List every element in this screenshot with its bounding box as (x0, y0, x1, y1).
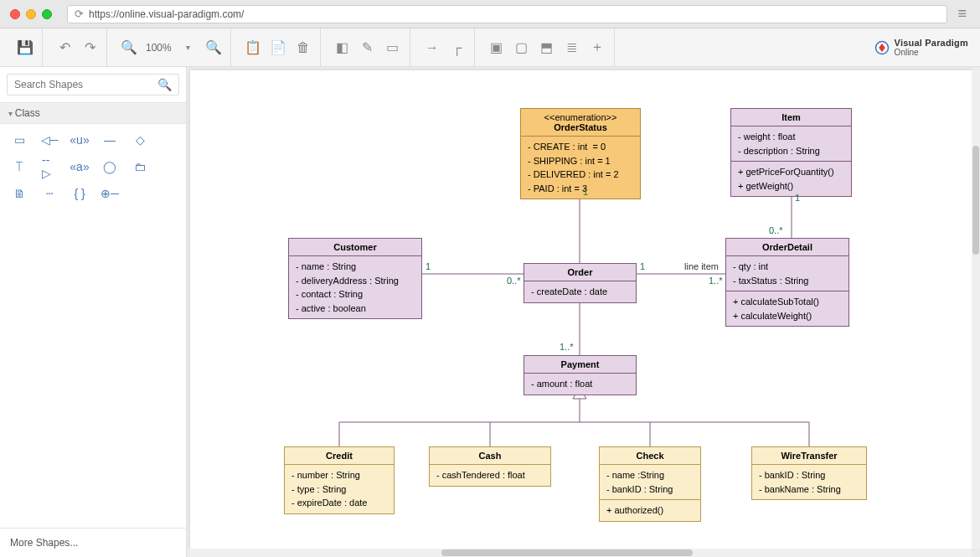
traffic-lights (10, 9, 52, 19)
mult-order-detail-1: 1 (640, 261, 645, 271)
brand-subtitle: Online (895, 48, 968, 57)
fill-color-icon[interactable]: ◧ (331, 36, 354, 59)
shadow-icon[interactable]: ▭ (381, 36, 405, 59)
url-input[interactable] (89, 8, 940, 20)
shape-constraint-icon[interactable]: { } (72, 186, 87, 201)
mult-customer-order-0s: 0..* (507, 276, 521, 286)
class-title: <<enumeration>> OrderStatus (521, 109, 640, 136)
search-shapes-input[interactable] (14, 79, 157, 90)
shapes-palette: ▭ ◁─ «u» ― ◇ ⟙ --▷ «a» ◯ 🗀 🗎 ┄ { } ⊕─ (0, 124, 186, 209)
bring-front-icon[interactable]: ▣ (485, 36, 508, 59)
class-payment[interactable]: Payment - amount : float (524, 355, 637, 395)
class-cash[interactable]: Cash - cashTendered : float (429, 446, 551, 487)
class-customer[interactable]: Customer - name : String - deliveryAddre… (288, 238, 422, 319)
shape-package-icon[interactable]: 🗀 (132, 159, 147, 174)
mult-item-1: 1 (795, 193, 800, 203)
class-ops: + getPriceForQuantity() + getWeight() (731, 161, 851, 196)
shape-assoc-icon[interactable]: ― (102, 132, 117, 147)
redo-icon[interactable]: ↷ (78, 36, 101, 59)
search-shapes-box[interactable]: 🔍 (7, 74, 179, 95)
shape-ellipse-icon[interactable]: ◯ (102, 159, 117, 174)
copy-icon[interactable]: 📋 (241, 36, 265, 59)
class-attrs: - createDate : date (524, 281, 636, 302)
class-title: OrderDetail (726, 239, 848, 255)
mult-detail-item-0s: 0..* (769, 225, 783, 235)
app-toolbar: 💾 ↶ ↷ 🔍 100% ▾ 🔍 📋 📄 🗑 ◧ ✎ ▭ → ┌ ▣ ▢ ⬒ ≣… (0, 28, 980, 67)
class-attrs: - bankID : String - bankName : String (752, 464, 866, 499)
add-shape-icon[interactable]: ＋ (585, 36, 609, 59)
horizontal-scrollbar[interactable] (190, 549, 972, 557)
send-back-icon[interactable]: ▢ (510, 36, 534, 59)
hamburger-menu-icon[interactable]: ≡ (954, 5, 970, 23)
zoom-out-icon[interactable]: 🔍 (117, 36, 141, 59)
line-color-icon[interactable]: ✎ (356, 36, 379, 59)
class-title: Credit (285, 447, 394, 464)
vertical-scrollbar[interactable] (972, 70, 980, 549)
class-title: Order (524, 264, 636, 281)
sidebar-section-class[interactable]: Class (0, 102, 186, 124)
shape-usage-icon[interactable]: «u» (72, 132, 87, 147)
class-item[interactable]: Item - weight : float - description : St… (730, 108, 852, 197)
class-title: Payment (524, 356, 636, 373)
role-line-item: line item (684, 261, 719, 271)
zoom-dropdown-icon[interactable]: ▾ (177, 36, 200, 59)
sidebar: 🔍 Class ▭ ◁─ «u» ― ◇ ⟙ --▷ «a» ◯ 🗀 🗎 ┄ {… (0, 67, 187, 557)
class-title: Cash (430, 447, 550, 464)
class-attrs: - qty : int - taxStatus : String (726, 255, 848, 291)
class-attrs: - number : String - type : String - expi… (285, 464, 394, 513)
shape-lollipop-icon[interactable]: ⊕─ (102, 186, 117, 201)
browser-chrome: ⟳ ≡ (0, 0, 980, 28)
shape-abstract-icon[interactable]: «a» (72, 159, 87, 174)
url-bar[interactable]: ⟳ (67, 5, 947, 23)
class-attrs: - name : String - deliveryAddress : Stri… (289, 255, 421, 318)
brand-logo: Visual Paradigm Online (874, 38, 968, 57)
mult-order-payment-1s: 1..* (560, 342, 574, 352)
connector-start-icon[interactable]: → (420, 36, 444, 59)
more-shapes-link[interactable]: More Shapes... (0, 528, 186, 557)
zoom-level[interactable]: 100% (142, 42, 175, 54)
shape-diamond-icon[interactable]: ◇ (132, 132, 147, 147)
connector-waypoint-icon[interactable]: ┌ (446, 36, 469, 59)
delete-icon[interactable]: 🗑 (291, 36, 315, 59)
search-icon[interactable]: 🔍 (157, 78, 172, 91)
shape-note-icon[interactable]: 🗎 (12, 186, 27, 201)
class-title: Check (600, 447, 700, 464)
shape-class-icon[interactable]: ▭ (12, 132, 27, 147)
reload-icon[interactable]: ⟳ (75, 8, 84, 20)
shape-gen-arrow-icon[interactable]: ◁─ (42, 132, 57, 147)
shape-dashed-icon[interactable]: ┄ (42, 186, 57, 201)
class-title: WireTransfer (752, 447, 866, 464)
save-icon[interactable]: 💾 (13, 36, 37, 59)
mult-order-detail-1s: 1..* (709, 276, 723, 286)
class-attrs: - CREATE : int = 0 - SHIPPING : int = 1 … (521, 136, 640, 199)
class-ops: + calculateSubTotal() + calculateWeight(… (726, 291, 848, 326)
brand-name: Visual Paradigm (895, 38, 968, 48)
class-wiretransfer[interactable]: WireTransfer - bankID : String - bankNam… (751, 446, 867, 500)
align-icon[interactable]: ≣ (560, 36, 584, 59)
minimize-window-icon[interactable] (26, 9, 36, 19)
class-ops: + authorized() (600, 499, 700, 521)
mult-orderstatus-1: 1 (583, 187, 588, 197)
class-attrs: - name :String - bankID : String (600, 464, 700, 499)
close-window-icon[interactable] (10, 9, 20, 19)
undo-icon[interactable]: ↶ (53, 36, 76, 59)
class-orderstatus[interactable]: <<enumeration>> OrderStatus - CREATE : i… (520, 108, 641, 199)
class-credit[interactable]: Credit - number : String - type : String… (284, 446, 395, 514)
class-attrs: - weight : float - description : String (731, 126, 851, 161)
class-attrs: - amount : float (524, 373, 636, 395)
group-icon[interactable]: ⬒ (535, 36, 559, 59)
class-title: Customer (289, 239, 421, 255)
class-check[interactable]: Check - name :String - bankID : String +… (599, 446, 701, 522)
shape-dep-arrow-icon[interactable]: --▷ (42, 159, 57, 174)
paste-icon[interactable]: 📄 (266, 36, 290, 59)
class-order[interactable]: Order - createDate : date (524, 263, 637, 303)
zoom-in-icon[interactable]: 🔍 (202, 36, 225, 59)
shape-interface-icon[interactable]: ⟙ (12, 159, 27, 174)
maximize-window-icon[interactable] (42, 9, 52, 19)
class-attrs: - cashTendered : float (430, 464, 550, 486)
canvas-area: <<enumeration>> OrderStatus - CREATE : i… (187, 67, 980, 557)
class-title: Item (731, 109, 851, 126)
diagram-canvas[interactable]: <<enumeration>> OrderStatus - CREATE : i… (190, 70, 972, 549)
mult-customer-order-1: 1 (426, 261, 431, 271)
class-orderdetail[interactable]: OrderDetail - qty : int - taxStatus : St… (725, 238, 849, 327)
